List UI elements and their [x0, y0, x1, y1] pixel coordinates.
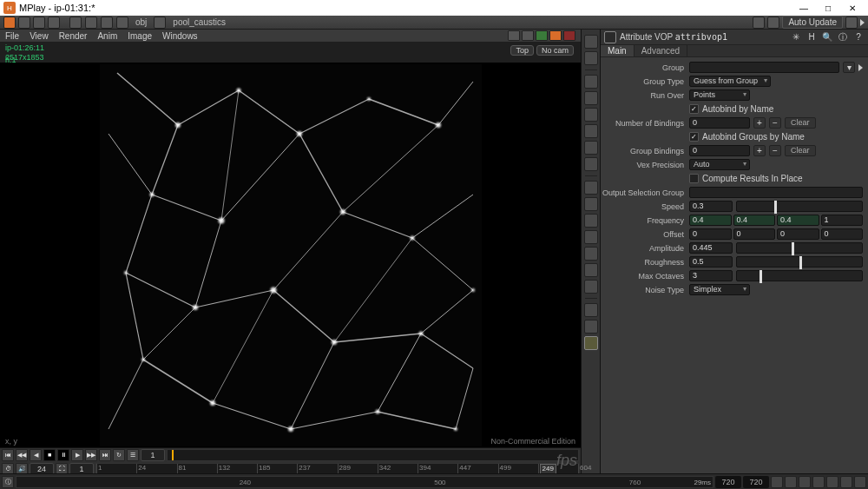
next-frame-button[interactable]: ▶: [71, 449, 83, 461]
global-end-b[interactable]: 720: [743, 476, 769, 488]
filter-icon[interactable]: H: [806, 31, 818, 43]
path-crumb-obj[interactable]: obj: [132, 17, 150, 28]
snap-icon[interactable]: [584, 320, 598, 334]
last-frame-button[interactable]: ⏭: [99, 449, 111, 461]
lock-icon[interactable]: [584, 75, 598, 89]
amplitude-slider[interactable]: [736, 242, 863, 254]
step-fwd-button[interactable]: ▶▶: [85, 449, 97, 461]
frame-start-field[interactable]: 1: [141, 449, 165, 461]
freq-w-input[interactable]: 1: [821, 215, 864, 226]
auto-update-button[interactable]: Auto Update: [782, 16, 843, 29]
cloud-icon[interactable]: [753, 17, 765, 29]
num-bindings-input[interactable]: 0: [689, 117, 750, 129]
bindings-remove-button[interactable]: −: [769, 117, 781, 129]
pause-button[interactable]: ⏸: [57, 449, 69, 461]
window-maximize-button[interactable]: □: [816, 2, 840, 14]
wireframe-icon[interactable]: [584, 214, 598, 228]
autobind-name-checkbox[interactable]: [689, 104, 699, 114]
toolbar-icon-b[interactable]: [522, 30, 534, 41]
freq-y-input[interactable]: 0.4: [733, 215, 776, 226]
global-end-a[interactable]: 720: [715, 476, 741, 488]
visibility-icon[interactable]: [584, 91, 598, 105]
node-icon[interactable]: [154, 17, 166, 29]
group-select-icon[interactable]: [858, 64, 863, 71]
tab-main[interactable]: Main: [601, 45, 635, 56]
uvs-icon[interactable]: [584, 280, 598, 294]
toolbar-icon-a[interactable]: [508, 30, 520, 41]
loop-icon[interactable]: ↻: [113, 449, 125, 461]
menu-anim[interactable]: Anim: [97, 31, 117, 41]
max-octaves-input[interactable]: 3: [689, 270, 733, 281]
group-dropdown-icon[interactable]: ▾: [843, 62, 855, 73]
group-bindings-add-button[interactable]: +: [753, 145, 766, 156]
freq-z-input[interactable]: 0.4: [777, 215, 819, 226]
camera-select-button[interactable]: No cam: [536, 45, 574, 56]
help-param-icon[interactable]: ⓘ: [837, 31, 849, 43]
tab-advanced[interactable]: Advanced: [635, 45, 687, 56]
help-question-icon[interactable]: ?: [852, 31, 865, 43]
gb-icon-6[interactable]: [840, 476, 852, 488]
axis-icon[interactable]: [584, 181, 598, 195]
back-icon[interactable]: [69, 17, 82, 29]
menu-file[interactable]: File: [5, 31, 19, 41]
gb-icon-7[interactable]: [854, 476, 866, 488]
path-crumb-node[interactable]: pool_caustics: [169, 17, 229, 28]
gb-icon-1[interactable]: [771, 476, 783, 488]
display-options-icon[interactable]: [584, 51, 598, 65]
prev-frame-button[interactable]: ◀: [30, 449, 42, 461]
step-back-button[interactable]: ◀◀: [16, 449, 28, 461]
save-icon[interactable]: [48, 17, 60, 29]
run-over-select[interactable]: Points: [689, 89, 750, 101]
render-viewport[interactable]: x, y Non-Commercial Edition: [0, 63, 581, 447]
menu-view[interactable]: View: [30, 31, 49, 41]
group-input[interactable]: [689, 62, 839, 73]
autobind-groups-checkbox[interactable]: [689, 132, 699, 142]
vop-icon[interactable]: [604, 31, 616, 43]
app-menu-icon[interactable]: [3, 17, 16, 29]
points-icon[interactable]: [584, 247, 598, 261]
light-icon[interactable]: [584, 124, 598, 138]
new-icon[interactable]: [18, 17, 30, 29]
offset-z-input[interactable]: 0: [777, 228, 819, 240]
abc-icon[interactable]: [584, 303, 598, 317]
stop-button[interactable]: ■: [43, 449, 56, 461]
operator-name[interactable]: attribvop1: [675, 32, 727, 42]
render-stop-icon[interactable]: [563, 30, 575, 41]
gb-icon-2[interactable]: [785, 476, 797, 488]
offset-x-input[interactable]: 0: [689, 228, 732, 240]
window-close-button[interactable]: ✕: [840, 2, 865, 14]
speed-slider[interactable]: [736, 201, 863, 212]
group-type-select[interactable]: Guess from Group: [689, 76, 771, 87]
bindings-add-button[interactable]: +: [753, 117, 766, 129]
open-icon[interactable]: [33, 17, 45, 29]
cook-arrow-icon[interactable]: [860, 19, 865, 26]
pin-icon[interactable]: [845, 17, 858, 29]
folder-icon[interactable]: [116, 17, 128, 29]
info-toggle-icon[interactable]: ⓘ: [2, 476, 14, 488]
menu-image[interactable]: Image: [128, 31, 152, 41]
group-bindings-input[interactable]: 0: [689, 145, 750, 156]
forward-icon[interactable]: [85, 17, 97, 29]
frame-ruler[interactable]: [167, 449, 579, 461]
roughness-slider[interactable]: [736, 256, 863, 268]
output-selection-input[interactable]: [689, 187, 863, 198]
gb-icon-5[interactable]: [826, 476, 838, 488]
gb-icon-3[interactable]: [799, 476, 811, 488]
normals-icon[interactable]: [584, 263, 598, 277]
current-frame-indicator[interactable]: 249: [540, 464, 556, 474]
first-frame-button[interactable]: ⏮: [2, 449, 14, 461]
search-params-icon[interactable]: 🔍: [821, 31, 833, 43]
render-update-icon[interactable]: [549, 30, 562, 41]
group-bindings-clear-button[interactable]: Clear: [785, 145, 816, 156]
menu-render[interactable]: Render: [59, 31, 88, 41]
noise-type-select[interactable]: Simplex: [689, 284, 750, 295]
speed-input[interactable]: 0.3: [689, 201, 733, 212]
window-minimize-button[interactable]: —: [792, 2, 816, 14]
range-icon[interactable]: ☰: [127, 449, 139, 461]
shaded-icon[interactable]: [584, 230, 598, 244]
view-mode-button[interactable]: Top: [510, 45, 534, 56]
ghost-icon[interactable]: [584, 108, 598, 122]
compute-in-place-checkbox[interactable]: [689, 174, 699, 183]
offset-w-input[interactable]: 0: [821, 228, 864, 240]
offset-y-input[interactable]: 0: [733, 228, 776, 240]
